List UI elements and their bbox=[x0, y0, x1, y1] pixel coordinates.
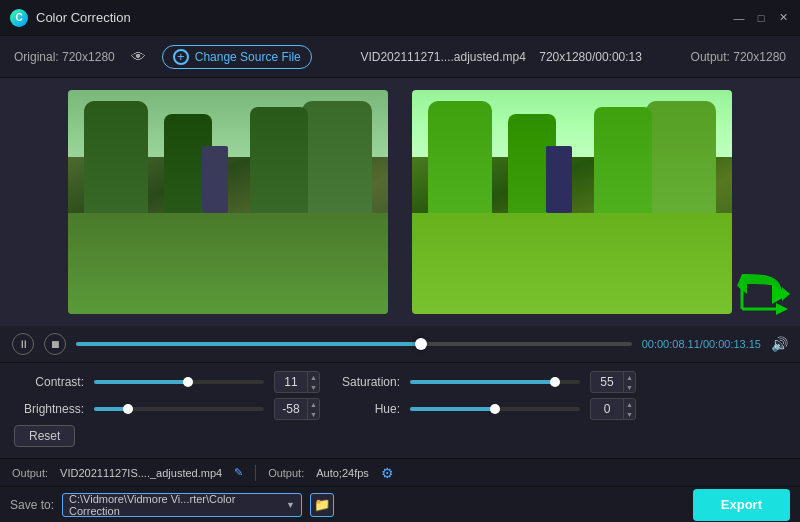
export-button[interactable]: Export bbox=[693, 489, 790, 521]
contrast-label: Contrast: bbox=[14, 375, 84, 389]
hue-fill bbox=[410, 407, 495, 411]
tree1 bbox=[84, 101, 148, 224]
output-video-frame bbox=[412, 90, 732, 314]
main-content: Original: 720x1280 👁 + Change Source Fil… bbox=[0, 36, 800, 522]
contrast-down-arrow[interactable]: ▼ bbox=[308, 382, 319, 392]
tree4 bbox=[250, 107, 308, 224]
window-controls: — □ ✕ bbox=[732, 11, 790, 25]
original-video-frame bbox=[68, 90, 388, 314]
saturation-value: 55 bbox=[591, 375, 623, 389]
hue-label: Hue: bbox=[330, 402, 400, 416]
file-info: VID202111271....adjusted.mp4 720x1280/00… bbox=[328, 50, 675, 64]
hue-value: 0 bbox=[591, 402, 623, 416]
save-path-input[interactable]: C:\Vidmore\Vidmore Vi...rter\Color Corre… bbox=[62, 493, 302, 517]
tree3 bbox=[302, 101, 372, 224]
figure bbox=[202, 146, 228, 213]
hue-number: 0 ▲ ▼ bbox=[590, 398, 636, 420]
saturation-thumb[interactable] bbox=[550, 377, 560, 387]
timeline-thumb[interactable] bbox=[415, 338, 427, 350]
arrow-indicator bbox=[732, 269, 792, 322]
scene-background-2 bbox=[412, 90, 732, 314]
ground-2 bbox=[412, 213, 732, 314]
contrast-row: Contrast: 11 ▲ ▼ Saturation: 55 ▲ bbox=[14, 371, 786, 393]
saturation-slider[interactable] bbox=[410, 380, 580, 384]
plus-circle-icon: + bbox=[173, 49, 189, 65]
contrast-thumb[interactable] bbox=[183, 377, 193, 387]
reset-button[interactable]: Reset bbox=[14, 425, 75, 447]
output-bar: Output: VID20211127IS...._adjusted.mp4 ✎… bbox=[0, 458, 800, 486]
file-name: VID202111271....adjusted.mp4 bbox=[360, 50, 525, 64]
stop-button[interactable]: ⏹ bbox=[44, 333, 66, 355]
timeline-progress bbox=[76, 342, 421, 346]
save-bar: Save to: C:\Vidmore\Vidmore Vi...rter\Co… bbox=[0, 486, 800, 522]
app-icon: C bbox=[10, 9, 28, 27]
minimize-button[interactable]: — bbox=[732, 11, 746, 25]
scene-background bbox=[68, 90, 388, 314]
eye-icon[interactable]: 👁 bbox=[131, 48, 146, 65]
change-source-button[interactable]: + Change Source File bbox=[162, 45, 312, 69]
output-format-label: Output: bbox=[268, 467, 304, 479]
saturation-up-arrow[interactable]: ▲ bbox=[624, 372, 635, 382]
close-button[interactable]: ✕ bbox=[776, 11, 790, 25]
brightness-slider[interactable] bbox=[94, 407, 264, 411]
volume-icon[interactable]: 🔊 bbox=[771, 336, 788, 352]
titlebar: C Color Correction — □ ✕ bbox=[0, 0, 800, 36]
topbar: Original: 720x1280 👁 + Change Source Fil… bbox=[0, 36, 800, 78]
contrast-up-arrow[interactable]: ▲ bbox=[308, 372, 319, 382]
svg-marker-0 bbox=[772, 284, 790, 304]
brightness-value: -58 bbox=[275, 402, 307, 416]
output-format-value: Auto;24fps bbox=[316, 467, 369, 479]
hue-arrows: ▲ ▼ bbox=[623, 399, 635, 419]
brightness-down-arrow[interactable]: ▼ bbox=[308, 409, 319, 419]
hue-thumb[interactable] bbox=[490, 404, 500, 414]
contrast-arrows: ▲ ▼ bbox=[307, 372, 319, 392]
tree4-2 bbox=[594, 107, 652, 224]
save-to-label: Save to: bbox=[10, 498, 54, 512]
ground bbox=[68, 213, 388, 314]
file-dims: 720x1280/00:00:13 bbox=[539, 50, 642, 64]
trees bbox=[68, 101, 388, 224]
output-video-panel bbox=[412, 90, 732, 314]
original-video-panel bbox=[68, 90, 388, 314]
browse-folder-button[interactable]: 📁 bbox=[310, 493, 334, 517]
brightness-thumb[interactable] bbox=[123, 404, 133, 414]
brightness-label: Brightness: bbox=[14, 402, 84, 416]
output-file-name: VID20211127IS...._adjusted.mp4 bbox=[60, 467, 222, 479]
app-title: Color Correction bbox=[36, 10, 732, 25]
play-pause-button[interactable]: ⏸ bbox=[12, 333, 34, 355]
gear-icon[interactable]: ⚙ bbox=[381, 465, 394, 481]
controls-panel: Contrast: 11 ▲ ▼ Saturation: 55 ▲ bbox=[0, 362, 800, 458]
brightness-arrows: ▲ ▼ bbox=[307, 399, 319, 419]
svg-marker-3 bbox=[776, 303, 788, 315]
maximize-button[interactable]: □ bbox=[754, 11, 768, 25]
brightness-number: -58 ▲ ▼ bbox=[274, 398, 320, 420]
hue-up-arrow[interactable]: ▲ bbox=[624, 399, 635, 409]
timeline-track[interactable] bbox=[76, 342, 632, 346]
separator bbox=[255, 465, 256, 481]
hue-slider[interactable] bbox=[410, 407, 580, 411]
trees-2 bbox=[412, 101, 732, 224]
tree3-2 bbox=[646, 101, 716, 224]
figure-2 bbox=[546, 146, 572, 213]
contrast-number: 11 ▲ ▼ bbox=[274, 371, 320, 393]
edit-icon[interactable]: ✎ bbox=[234, 466, 243, 479]
saturation-fill bbox=[410, 380, 555, 384]
save-path-dropdown-arrow[interactable]: ▼ bbox=[286, 500, 295, 510]
change-source-label: Change Source File bbox=[195, 50, 301, 64]
output-dims-label: Output: 720x1280 bbox=[691, 50, 786, 64]
saturation-down-arrow[interactable]: ▼ bbox=[624, 382, 635, 392]
tree1-2 bbox=[428, 101, 492, 224]
brightness-up-arrow[interactable]: ▲ bbox=[308, 399, 319, 409]
contrast-fill bbox=[94, 380, 188, 384]
hue-down-arrow[interactable]: ▼ bbox=[624, 409, 635, 419]
saturation-number: 55 ▲ ▼ bbox=[590, 371, 636, 393]
timeline-bar: ⏸ ⏹ 00:00:08.11/00:00:13.15 🔊 bbox=[0, 326, 800, 362]
reset-row: Reset bbox=[14, 425, 786, 447]
saturation-label: Saturation: bbox=[330, 375, 400, 389]
saturation-arrows: ▲ ▼ bbox=[623, 372, 635, 392]
timeline-time: 00:00:08.11/00:00:13.15 bbox=[642, 338, 761, 350]
contrast-slider[interactable] bbox=[94, 380, 264, 384]
video-area bbox=[0, 78, 800, 326]
brightness-row: Brightness: -58 ▲ ▼ Hue: 0 ▲ bbox=[14, 398, 786, 420]
save-path-text: C:\Vidmore\Vidmore Vi...rter\Color Corre… bbox=[69, 493, 282, 517]
